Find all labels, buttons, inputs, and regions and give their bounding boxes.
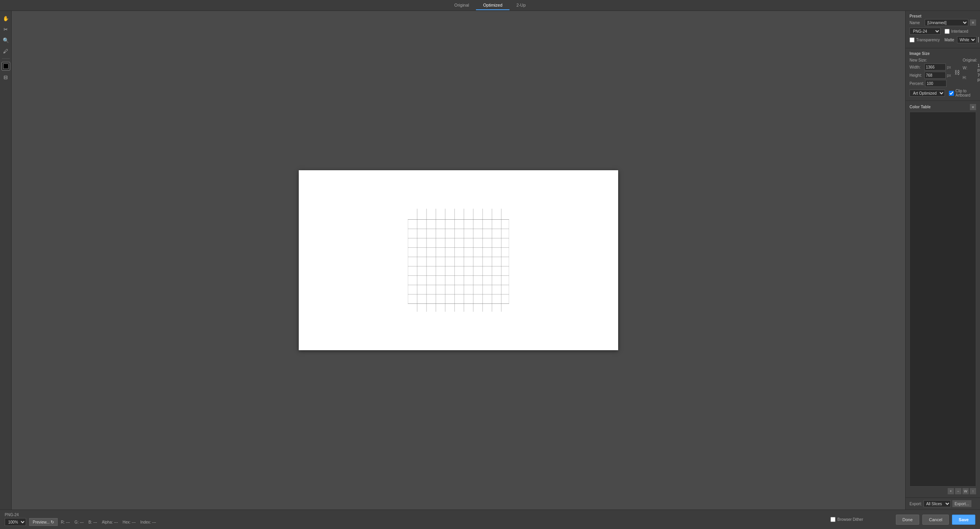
width-input[interactable] <box>924 63 946 71</box>
quality-select[interactable]: Art Optimized <box>909 90 945 97</box>
action-buttons: Done Cancel Save <box>896 515 975 525</box>
preview-label: Preview... <box>33 520 49 524</box>
b-value: --- <box>93 520 97 524</box>
b-label: B: <box>88 520 92 524</box>
height-unit: px <box>947 73 951 78</box>
alpha-label: Alpha: <box>102 520 113 524</box>
format-select[interactable]: PNG-24 <box>909 28 941 35</box>
tool-separator <box>2 58 10 59</box>
alpha-value: --- <box>114 520 118 524</box>
orig-h-label: H: <box>963 76 976 80</box>
width-unit: px <box>947 65 951 69</box>
orig-h-value: 768 px <box>978 73 980 82</box>
main-layout: ✋ ✂ 🔍 🖊 ⊟ <box>0 11 980 510</box>
preset-menu-btn[interactable]: ≡ <box>970 19 976 26</box>
image-size-title: Image Size <box>909 51 930 56</box>
image-size-section: Image Size New Size: Width: px Height: p… <box>906 48 980 101</box>
export-btn[interactable]: Export... <box>952 500 971 507</box>
g-value: --- <box>80 520 84 524</box>
interlaced-label: Interlaced <box>951 29 968 34</box>
browser-dither-row: Browser Dither <box>830 517 863 522</box>
browser-dither-checkbox[interactable] <box>830 517 835 522</box>
index-label: Index: <box>140 520 151 524</box>
tab-optimized[interactable]: Optimized <box>476 1 509 10</box>
transparency-label: Transparency <box>916 38 940 42</box>
right-panel: Preset Name [Unnamed] ≡ PNG-24 Interlace… <box>905 11 980 510</box>
interlaced-checkbox[interactable] <box>945 29 950 34</box>
original-label: Original: <box>963 58 980 62</box>
svg-rect-20 <box>408 220 509 304</box>
view-tabs: Original Optimized 2-Up <box>447 1 532 10</box>
top-bar: Original Optimized 2-Up <box>0 0 980 11</box>
done-button[interactable]: Done <box>896 515 919 525</box>
link-proportions-icon[interactable]: ⛓ <box>954 69 960 76</box>
new-size-label: New Size: <box>909 58 951 62</box>
preview-button[interactable]: Preview... ↻ <box>29 518 58 526</box>
width-label: Width: <box>909 65 923 69</box>
color-table-menu-btn[interactable]: ≡ <box>970 104 976 110</box>
percent-input[interactable] <box>925 80 947 87</box>
color-table-footer: + − W ↑ <box>909 488 976 494</box>
color-table-section: Color Table ≡ + − W ↑ <box>906 101 980 497</box>
ct-web-btn[interactable]: W <box>962 488 969 494</box>
preview-refresh-icon: ↻ <box>51 520 54 525</box>
matte-color-swatch[interactable] <box>978 37 979 42</box>
preset-section: Preset Name [Unnamed] ≡ PNG-24 Interlace… <box>906 11 980 48</box>
matte-select[interactable]: White <box>957 36 976 43</box>
tab-original[interactable]: Original <box>447 1 476 10</box>
preset-title: Preset <box>909 14 976 18</box>
ct-shift-btn[interactable]: ↑ <box>970 488 976 494</box>
g-label: G: <box>74 520 79 524</box>
hex-value: --- <box>132 520 136 524</box>
preset-name-select[interactable]: [Unnamed] <box>925 19 968 26</box>
orig-w-value: 1386 px <box>978 63 980 72</box>
canvas-wrapper <box>299 170 618 350</box>
export-label: Export: <box>909 502 922 506</box>
grid-preview <box>408 209 509 312</box>
ct-remove-btn[interactable]: − <box>955 488 961 494</box>
transparency-checkbox[interactable] <box>909 37 915 42</box>
preset-name-label: Name <box>909 21 923 25</box>
zoom-tool-icon[interactable]: 🔍 <box>2 36 10 44</box>
matte-label: Matte <box>945 38 954 42</box>
color-table-header: Color Table ≡ <box>909 104 976 110</box>
export-row: Export: All Slices Export... <box>906 497 980 510</box>
eyedropper-tool-icon[interactable]: 🖊 <box>2 47 10 55</box>
file-format-info: PNG-24 <box>5 512 19 518</box>
index-value: --- <box>152 520 156 524</box>
clip-artboard-label: Clip to Artboard <box>955 89 976 97</box>
percent-label: Percent: <box>909 81 924 86</box>
ct-add-btn[interactable]: + <box>948 488 954 494</box>
browser-dither-label: Browser Dither <box>837 517 863 522</box>
zoom-select[interactable]: 100% <box>5 518 26 526</box>
hand-tool-icon[interactable]: ✋ <box>2 14 10 23</box>
left-toolbar: ✋ ✂ 🔍 🖊 ⊟ <box>0 11 12 510</box>
canvas-area <box>12 11 905 510</box>
height-input[interactable] <box>924 72 946 79</box>
height-label: Height: <box>909 73 923 78</box>
tab-2up[interactable]: 2-Up <box>509 1 533 10</box>
color-table-title: Color Table <box>909 105 931 109</box>
bottom-bar: PNG-24 4.51K 100% Preview... ↻ R: --- G:… <box>0 510 980 529</box>
r-label: R: <box>61 520 65 524</box>
slice-tool-icon[interactable]: ✂ <box>2 25 10 34</box>
save-button[interactable]: Save <box>952 515 975 525</box>
hex-label: Hex: <box>123 520 131 524</box>
color-table-body <box>909 112 976 487</box>
toggle-visibility-icon[interactable]: ⊟ <box>2 73 10 81</box>
orig-w-label: W: <box>963 66 976 70</box>
color-info: R: --- G: --- B: --- Alpha: --- Hex: ---… <box>61 520 156 524</box>
export-select[interactable]: All Slices <box>924 500 951 507</box>
clip-artboard-checkbox[interactable] <box>949 91 954 96</box>
r-value: --- <box>66 520 70 524</box>
cancel-button[interactable]: Cancel <box>922 515 949 525</box>
color-swatch-icon[interactable] <box>2 62 10 71</box>
